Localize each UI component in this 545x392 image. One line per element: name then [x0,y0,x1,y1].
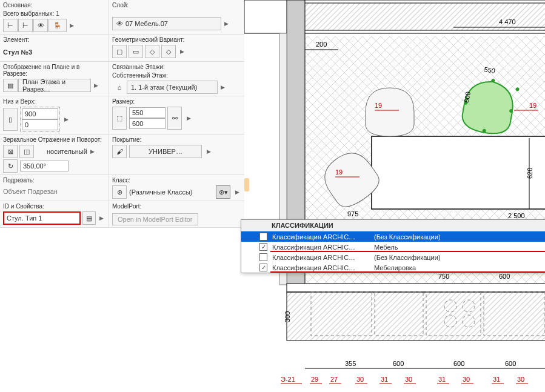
chevron-right-icon[interactable]: ▶ [204,148,213,154]
svg-rect-3 [293,3,545,30]
lbl-19b: 19 [529,102,537,109]
chevron-right-icon[interactable]: ▶ [233,189,241,195]
chevron-right-icon[interactable]: ▶ [89,148,97,154]
checkbox[interactable] [259,253,267,261]
size-fields [129,107,166,129]
angle-input[interactable] [20,161,69,171]
top-input[interactable] [22,108,58,119]
drawing-canvas[interactable]: 4 470 200 550 600 620 19 19 19 19 355 60… [244,0,545,392]
dim-300: 300 [284,311,291,322]
stairs-icon: ⌂ [112,84,127,91]
svg-rect-16 [372,136,545,209]
relative-label: носительный [47,148,87,155]
lbl-27: 27 [330,376,338,383]
dim-600e: 600 [499,273,510,280]
trim-value: Объект Подрезан [3,185,105,198]
plan-value: План Этажа и Разрез… [22,78,87,93]
depth-input[interactable] [129,118,166,129]
classification-row[interactable]: ✓ Классификация ARCHIC… Мебелировка [241,262,545,273]
lbl-31b: 31 [438,376,446,383]
modelport-button[interactable]: Open in ModelPort Editor [112,213,198,225]
chevron-right-icon[interactable]: ▶ [178,48,186,55]
lbl-29: 29 [311,376,318,383]
link-icon[interactable]: ⚯ [167,107,182,130]
id-input[interactable] [4,213,79,224]
classification-row[interactable]: Классификация ARCHIC… (Без Классификации… [241,252,545,262]
class-name: Классификация ARCHIC… [272,254,369,261]
width-input[interactable] [129,107,166,118]
dim-975: 975 [347,210,358,218]
element-label: Элемент: [3,36,105,43]
class-value: Мебель [374,244,545,251]
checkbox[interactable] [259,233,267,241]
paint-icon[interactable]: 🖌 [112,145,127,158]
chevron-right-icon[interactable]: ▶ [218,84,227,90]
floor-selector[interactable]: 1. 1-й этаж (Текущий) [127,81,218,94]
floor-value: 1. 1-й этаж (Текущий) [131,84,197,91]
chevron-right-icon[interactable]: ▶ [67,22,76,28]
class-value: (Различные Классы) [129,188,193,196]
trim-label: Подрезать: [3,177,105,184]
bottom-top-label: Низ и Верх: [3,98,105,105]
dim-620: 620 [526,168,533,179]
checkbox[interactable]: ✓ [259,243,267,251]
id-label: ID и Свойства: [3,203,105,210]
class-name: Классификация ARCHIC… [272,264,369,271]
plan-icon[interactable]: ▤ [3,79,18,92]
geom-2[interactable]: ▭ [129,45,143,58]
classification-row[interactable]: Классификация ARCHIC… (Без Классификации… [241,231,545,242]
visibility-icon[interactable]: 👁 [33,19,48,32]
geom-label: Геометрический Вариант: [112,36,241,43]
mirror-y[interactable]: ◫ [19,145,34,158]
lbl-30d: 30 [517,376,524,383]
geom-4[interactable]: ◇ [161,45,176,58]
dim-200: 200 [316,41,327,48]
lbl-30c: 30 [463,376,470,383]
class-value: (Без Классификации) [374,233,545,241]
dim-750: 750 [438,273,449,280]
plan-label: Отображение на Плане и в Разрезе: [3,64,105,77]
layer-label: Слой: [112,2,241,8]
modelport-label: ModelPort: [112,203,241,210]
classification-row[interactable]: ✓ Классификация ARCHIC… Мебель [241,242,545,252]
select-mode-1[interactable]: ⊢ [3,19,18,32]
chair-icon[interactable]: 🪑 [48,19,67,32]
main-label: Основная: [3,2,105,8]
class-value: Мебелировка [374,264,545,271]
lbl-e21: Э-21 [281,376,295,383]
lbl-30b: 30 [405,376,412,383]
lbl-19c: 19 [335,168,343,176]
layer-selector[interactable]: 👁 07 Мебель.07 [112,17,221,30]
geom-3[interactable]: ◇ [145,45,159,58]
list-icon[interactable]: ▤ [82,211,96,225]
class-dropdown-btn[interactable]: ⊛▾ [216,185,230,199]
lbl-31a: 31 [381,376,388,383]
chevron-right-icon[interactable]: ▶ [98,215,105,221]
size-icon[interactable]: ⬚ [112,107,127,130]
chevron-right-icon[interactable]: ▶ [222,21,230,27]
select-mode-2[interactable]: ⊢ [18,19,33,32]
class-name: Классификация ARCHIC… [272,233,369,241]
cover-selector[interactable]: УНИВЕР… [129,145,202,158]
elevation-icon[interactable]: ▯ [3,108,18,131]
linked-label: Связанные Этажи: [112,64,241,70]
chevron-right-icon[interactable]: ▶ [92,82,100,88]
geom-1[interactable]: ▢ [112,45,127,58]
eye-icon: 👁 [116,20,123,27]
plan-value-btn[interactable]: План Этажа и Разрез… [18,79,91,92]
chevron-right-icon[interactable]: ▶ [184,115,193,121]
bottom-input[interactable] [22,119,58,130]
own-floor-label: Собственный Этаж: [112,72,241,79]
size-label: Размер: [112,98,241,105]
lbl-19a: 19 [375,102,382,109]
classification-dropdown: КЛАССИФИКАЦИИ Классификация ARCHIC… (Без… [241,219,545,273]
chevron-right-icon[interactable]: ▶ [62,116,70,122]
splitter-handle[interactable] [244,178,249,191]
dim-2500: 2 500 [508,212,525,219]
elevation-fields [20,107,60,132]
selected-count: Всего выбранных: 1 [3,10,105,17]
mirror-label: Зеркальное Отражение и Поворот: [3,136,105,143]
rotation-icon[interactable]: ↻ [3,159,18,173]
mirror-x[interactable]: ⊠ [3,145,18,158]
checkbox[interactable]: ✓ [259,264,267,271]
